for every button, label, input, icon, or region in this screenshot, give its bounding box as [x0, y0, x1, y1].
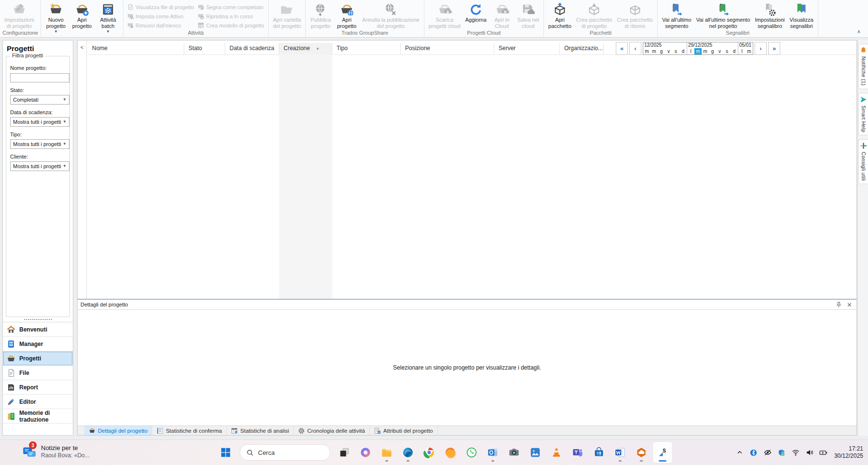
go-last-segment-project-button[interactable]: Vai all'ultimo segmento nel progetto — [694, 1, 752, 29]
column-header-creazione[interactable]: Creazione▼ — [279, 43, 332, 54]
tab-cronologia-delle-attivita[interactable]: Cronologia delle attività — [294, 426, 370, 435]
taskbar-clock[interactable]: 17:21 30/12/2025 — [834, 445, 863, 460]
tray-wifi[interactable] — [790, 447, 801, 458]
taskbar-app-copilot[interactable] — [356, 442, 375, 463]
tray-hidden-icons[interactable] — [734, 447, 745, 458]
tray-privacy-eye[interactable] — [762, 447, 773, 458]
view-project-file-button[interactable]: Visualizza file di progetto — [126, 2, 195, 12]
ribbon-collapse-button[interactable]: ∧ — [854, 27, 863, 35]
calendar-prev-button[interactable]: ‹ — [629, 42, 641, 55]
create-project-package-button[interactable]: Crea pacchetto di progetto — [574, 1, 614, 29]
taskbar-app-whatsapp[interactable] — [462, 442, 481, 463]
tab-dettagli-del-progetto[interactable]: Dettagli del progetto — [84, 426, 152, 435]
column-header-server[interactable]: Server — [494, 43, 560, 54]
taskbar-app-store[interactable] — [589, 442, 609, 463]
taskbar-app-start[interactable] — [216, 442, 235, 463]
side-tab-smart-help[interactable]: Smart Help — [858, 93, 868, 136]
sidebar-item-memorie-di-traduzione[interactable]: Memorie di traduzione — [3, 409, 73, 424]
taskbar-app-photos[interactable] — [526, 442, 545, 463]
tab-attributi-del-progetto[interactable]: Attributi del progetto — [370, 426, 438, 435]
calendar-day[interactable]: s — [723, 48, 731, 54]
taskbar-app-edge[interactable] — [398, 442, 418, 463]
side-tab-consigli-utili[interactable]: Consigli utili — [858, 139, 868, 184]
pin-icon[interactable] — [834, 301, 843, 308]
calendar-day[interactable]: g — [658, 48, 665, 54]
calendar-day[interactable]: d — [731, 48, 738, 54]
type-select[interactable]: Mostra tutti i progetti ▼ — [10, 139, 69, 149]
open-project-button[interactable]: Apri progetto — [69, 1, 95, 29]
calendar-day[interactable]: m — [651, 48, 658, 54]
calendar-first-button[interactable]: « — [616, 42, 628, 55]
taskbar-search[interactable]: Cerca — [240, 444, 330, 461]
taskbar-app-file-explorer[interactable] — [377, 442, 396, 463]
batch-tasks-button[interactable]: Attività batch▼ — [95, 1, 121, 34]
set-active-button[interactable]: Imposta come Attivo — [126, 12, 195, 21]
taskbar-app-chrome[interactable] — [420, 442, 439, 463]
calendar-day[interactable]: g — [709, 48, 716, 54]
calendar-day[interactable]: v — [665, 48, 672, 54]
sidebar-item-progetti[interactable]: Progetti — [3, 351, 73, 366]
create-project-template-button[interactable]: Crea modello di progetto — [196, 21, 265, 30]
taskbar-app-outlook[interactable] — [483, 442, 502, 463]
due-date-select[interactable]: Mostra tutti i progetti ▼ — [10, 117, 69, 127]
open-project-folder-button[interactable]: Apri cartella del progetto — [271, 1, 303, 29]
panel-splitter-grip[interactable] — [3, 317, 73, 322]
column-header-nome[interactable]: Nome — [88, 43, 184, 54]
create-return-package-button[interactable]: Crea pacchetto di ritorno — [615, 1, 655, 29]
tab-statistiche-di-analisi[interactable]: Statistiche di analisi — [227, 426, 294, 435]
taskbar-app-vlc[interactable] — [547, 442, 566, 463]
download-cloud-projects-button[interactable]: Scarica progetti cloud — [427, 1, 462, 29]
open-in-cloud-button[interactable]: Apri in Cloud — [489, 1, 515, 29]
remove-from-list-button[interactable]: Rimuovi dall'elenco — [126, 21, 195, 30]
mark-completed-button[interactable]: Segna come completato — [196, 2, 265, 12]
taskbar-app-word[interactable] — [610, 442, 630, 463]
project-settings-button[interactable]: Impostazioni di progetto — [2, 1, 36, 29]
tray-volume[interactable] — [804, 447, 815, 458]
column-header-tipo[interactable]: Tipo — [332, 43, 401, 54]
side-tab-notifiche[interactable]: Notifiche (1) — [858, 44, 868, 89]
calendar-next-button[interactable]: › — [755, 42, 767, 55]
calendar-day[interactable]: l — [738, 48, 746, 54]
status-select[interactable]: Completati ▼ — [10, 95, 69, 105]
calendar-day[interactable]: m — [643, 48, 651, 54]
view-bookmarks-button[interactable]: Visualizza segnalibri — [787, 1, 815, 29]
taskbar-app-teams[interactable] — [568, 442, 587, 463]
calendar-day[interactable]: d — [679, 48, 687, 54]
restore-in-progress-button[interactable]: Ripristina a In corso — [196, 12, 265, 21]
publish-project-button[interactable]: Pubblica progetto — [308, 1, 333, 29]
unpublish-project-button[interactable]: Annulla la pubblicazione del progetto — [360, 1, 421, 29]
open-groupshare-project-button[interactable]: Apri progetto — [334, 1, 359, 29]
save-to-cloud-button[interactable]: Salva nel cloud — [515, 1, 541, 29]
taskbar-app-task-view[interactable] — [335, 442, 354, 463]
column-header-posizione[interactable]: Posizione — [401, 43, 494, 54]
open-package-button[interactable]: Apri pacchetto — [546, 1, 573, 29]
sidebar-item-benvenuti[interactable]: Benvenuti — [3, 322, 73, 337]
sidebar-item-file[interactable]: File — [3, 366, 73, 380]
collapse-panel-button[interactable]: < — [79, 43, 85, 51]
taskbar-app-trados-cloud[interactable] — [632, 442, 651, 463]
calendar-day[interactable]: m — [746, 48, 753, 54]
refresh-button[interactable]: Aggiorna — [463, 1, 488, 23]
calendar-last-button[interactable]: » — [768, 42, 780, 55]
taskbar-app-firefox[interactable] — [441, 442, 460, 463]
calendar-day[interactable]: v — [716, 48, 723, 54]
go-last-segment-button[interactable]: Vai all'ultimo segmento — [660, 1, 693, 29]
column-header-organizzazio-[interactable]: Organizzazio... — [560, 43, 604, 54]
tray-battery[interactable] — [818, 447, 829, 458]
project-name-input[interactable] — [10, 73, 69, 82]
calendar-day[interactable]: l — [687, 48, 694, 54]
tray-windows-security[interactable] — [776, 447, 787, 458]
tray-bluetooth[interactable] — [748, 447, 759, 458]
calendar-day-selected[interactable]: m — [694, 48, 702, 54]
new-project-button[interactable]: Nuovo progetto▼ — [43, 1, 68, 34]
calendar-day[interactable]: s — [672, 48, 679, 54]
client-select[interactable]: Mostra tutti i progetti ▼ — [10, 161, 69, 171]
taskbar-app-camera[interactable] — [504, 442, 524, 463]
column-header-stato[interactable]: Stato — [184, 43, 225, 54]
sidebar-item-report[interactable]: Report — [3, 380, 73, 395]
tab-statistiche-di-conferma[interactable]: Statistiche di conferma — [152, 426, 227, 435]
calendar-day[interactable]: m — [702, 48, 709, 54]
sidebar-item-manager[interactable]: Manager — [3, 337, 73, 351]
sidebar-item-editor[interactable]: Editor — [3, 395, 73, 409]
bookmark-settings-button[interactable]: Impostazioni segnalibro — [753, 1, 787, 29]
